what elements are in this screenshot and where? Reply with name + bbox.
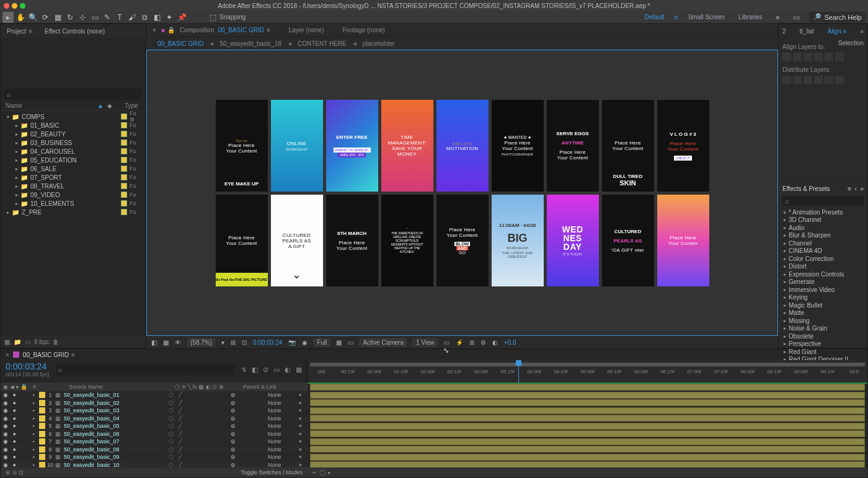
effects-category[interactable]: Generate (779, 278, 867, 286)
flowchart-icon[interactable]: ⚙ (480, 339, 486, 346)
selection-tool-icon[interactable]: ▸ (2, 12, 14, 23)
toggle-switches[interactable]: Toggle Switches / Modes (241, 469, 303, 476)
zoom-tool-icon[interactable]: 🔍 (27, 12, 38, 23)
tree-row[interactable]: ▾📁COMPSFo ⚙ (1, 112, 146, 121)
timecode[interactable]: 0:00:03:24 (6, 361, 50, 371)
tree-row[interactable]: ▸📁05_EDUCATIONFo (1, 156, 146, 164)
col-name-header[interactable]: Name (6, 102, 97, 109)
story-card[interactable]: ★ WANTED ★Place HereYour ContentPHOTOGRA… (492, 100, 544, 192)
effects-category[interactable]: Blur & Sharpen (779, 232, 867, 240)
zoom-dropdown[interactable]: (58.7%) (187, 339, 215, 347)
expand-icon[interactable]: ⊡ (19, 469, 24, 476)
tree-row[interactable]: ▸📁Z_PREFo (1, 208, 146, 216)
effects-category[interactable]: Perspective (779, 340, 867, 348)
tree-row[interactable]: ▸📁10_ELEMENTSFo (1, 199, 146, 208)
search-help-field[interactable]: 🔎 Search Help (809, 12, 866, 22)
layer-tab[interactable]: Layer (none) (289, 27, 324, 33)
effects-category[interactable]: Channel (779, 239, 867, 247)
story-card[interactable]: WEDNESDAYIT'S TODAY (547, 195, 599, 286)
minimize-window-icon[interactable] (12, 3, 17, 9)
clone-tool-icon[interactable]: ⧉ (139, 12, 150, 23)
view-dropdown[interactable]: 1 View (413, 339, 438, 347)
layer-row[interactable]: ◉ ●▸6▦50_easyedit_basic_06⬡ ╱⊚None▾ (1, 430, 308, 438)
workspace-libraries[interactable]: Libraries (735, 12, 766, 22)
col-source[interactable]: Source Name (44, 384, 175, 390)
pixel-aspect-icon[interactable]: ▭ (444, 339, 450, 346)
layer-row[interactable]: ◉ ●▸1▦50_easyedit_basic_01⬡ ╱⊚None▾ (1, 391, 308, 399)
delete-icon[interactable]: 🗑 (53, 339, 59, 345)
timeline-ruler[interactable]: :00f00:15f01:00f01:15f02:00f02:15f03:00f… (308, 360, 867, 383)
lock-icon[interactable]: 🔒 (167, 27, 175, 33)
layer-bar[interactable] (310, 392, 865, 399)
effects-category[interactable]: Immersive Video (779, 286, 867, 294)
col-type-header[interactable]: Type (125, 102, 141, 109)
effects-category[interactable]: Expression Controls (779, 270, 867, 278)
timeline-icon[interactable]: ⊞ (469, 339, 474, 346)
timeline-nav-next-icon[interactable]: ▸ (328, 469, 331, 476)
layer-row[interactable]: ◉ ●▸10▦50_easyedit_basic_10⬡ ╱⊚None▾ (1, 461, 308, 468)
timeline-nav-prev-icon[interactable]: ━ (312, 469, 316, 476)
new-folder-icon[interactable]: 📁 (14, 339, 21, 345)
resolution-dropdown[interactable]: Full (314, 339, 330, 347)
layer-bar[interactable] (310, 407, 865, 414)
effects-category[interactable]: 3D Channel (779, 216, 867, 224)
bpc-label[interactable]: 8 bpc (34, 339, 49, 345)
effects-category[interactable]: CINEMA 4D (779, 247, 867, 255)
story-card[interactable]: 8TH MARCHPlace HereYour Content (326, 195, 378, 286)
effects-category[interactable]: Matte (779, 309, 867, 317)
graph-editor-icon[interactable]: ▦ (296, 366, 302, 374)
snapping-label[interactable]: Snapping (219, 14, 246, 20)
layer-row[interactable]: ◉ ●▸7▦50_easyedit_basic_07⬡ ╱⊚None▾ (1, 438, 308, 446)
interpret-footage-icon[interactable]: ▦ (4, 339, 10, 345)
layer-bar[interactable] (310, 438, 865, 445)
layer-bar[interactable] (310, 446, 865, 453)
layer-bar[interactable] (310, 384, 865, 391)
col-parent[interactable]: Parent & Link (243, 384, 305, 390)
story-card[interactable]: Place HereYour ContentDULL TIREDSKIN (602, 100, 654, 192)
res-down-icon[interactable]: ▾ (221, 339, 224, 346)
reset-exposure-icon[interactable]: ◐ (492, 339, 498, 346)
type-tool-icon[interactable]: T (114, 12, 125, 23)
transparent-icon[interactable]: ▦ (336, 339, 342, 346)
project-search-input[interactable]: ⌕ (4, 89, 142, 100)
align-selection-dropdown[interactable]: Selection (838, 40, 864, 50)
layer-row[interactable]: ◉ ●▸4▦50_easyedit_basic_04⬡ ╱⊚None▾ (1, 415, 308, 423)
timeline-search-input[interactable]: ⌕ (56, 364, 235, 375)
crumb-3[interactable]: placeholder (363, 40, 395, 47)
tab-2[interactable]: 2 (782, 28, 786, 35)
frame-blend-icon[interactable]: ▭ (273, 366, 280, 374)
zoom-out-icon[interactable]: ⊖ (12, 469, 17, 476)
story-card[interactable]: Place HereYour ContentSix Pack AbsTHE BI… (216, 195, 268, 286)
effects-category[interactable]: Distort (779, 263, 867, 271)
alpha-icon[interactable]: ◧ (151, 339, 157, 346)
close-window-icon[interactable] (4, 3, 9, 9)
composition-viewer[interactable]: Tips forPlace HereYour ContentEYE MAKE U… (146, 50, 778, 336)
effect-controls-tab[interactable]: Effect Controls (none) (45, 28, 105, 35)
story-card[interactable]: V L O G # 3Place HereYour ContentCHECK I… (657, 100, 709, 192)
tree-row[interactable]: ▸📁02_BEAUTYFo (1, 130, 146, 138)
layer-row[interactable]: ◉ ●▸3▦50_easyedit_basic_03⬡ ╱⊚None▾ (1, 407, 308, 415)
layer-bar[interactable] (310, 423, 865, 430)
shy-icon[interactable]: ⊘ (263, 366, 268, 374)
effects-category[interactable]: Keying (779, 294, 867, 302)
tree-row[interactable]: ▸📁03_BUSINESSFo (1, 138, 146, 147)
orbit-camera-tool-icon[interactable]: ⟳ (40, 12, 51, 23)
effects-category[interactable]: Magic Bullet (779, 301, 867, 309)
layer-bar[interactable] (310, 454, 865, 461)
tree-row[interactable]: ▸📁04_CAROUSELFo (1, 147, 146, 156)
grid-icon[interactable]: ⊞ (231, 339, 236, 346)
sync-settings-icon[interactable]: ▭ (790, 12, 802, 23)
story-card[interactable]: SERVE EGGSANYTIMEPlace HereYour Content (547, 100, 599, 192)
distribute-icons-row[interactable] (782, 76, 864, 86)
timeline-tracks[interactable] (308, 383, 867, 467)
zoom-in-icon[interactable]: ⊕ (6, 469, 11, 476)
story-card[interactable]: TIME MANAGEMENT:SAVE YOUR MONEY (381, 100, 433, 192)
eraser-tool-icon[interactable]: ◧ (151, 12, 162, 23)
tab-align[interactable]: Align ≡ (827, 28, 846, 35)
tree-row[interactable]: ▸📁07_SPORTFo (1, 173, 146, 182)
render-icon[interactable]: ▦ (163, 339, 169, 346)
layer-bar[interactable] (310, 399, 865, 406)
panel-overflow-icon[interactable]: » (860, 28, 864, 35)
puppet-tool-icon[interactable]: 📌 (176, 12, 187, 23)
story-card[interactable]: CULTUREDPEARLS ASA GIFT⌄ (271, 195, 323, 286)
